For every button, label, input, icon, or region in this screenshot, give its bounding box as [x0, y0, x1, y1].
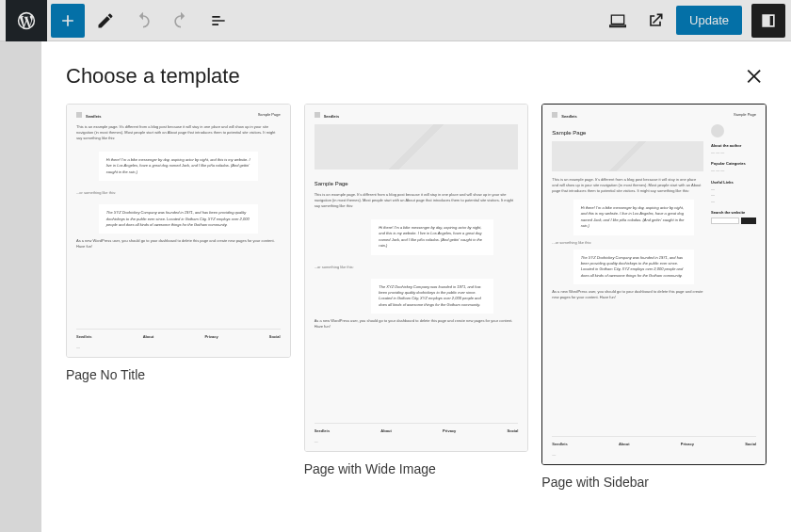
hero-image-placeholder	[552, 141, 703, 171]
template-option-page-wide-image[interactable]: Seedlets Sample Page This is an example …	[304, 104, 529, 476]
template-label: Page with Wide Image	[304, 461, 529, 476]
template-label: Page with Sidebar	[541, 475, 767, 490]
modal-title: Choose a template	[66, 64, 240, 89]
template-thumbnail: SeedletsSample Page Sample Page This is …	[541, 104, 767, 465]
template-option-page-sidebar[interactable]: SeedletsSample Page Sample Page This is …	[541, 104, 767, 490]
template-thumbnail: SeedletsSample Page This is an example p…	[66, 104, 291, 358]
hero-image-placeholder	[315, 124, 519, 169]
close-button[interactable]	[744, 65, 767, 88]
template-thumbnail: Seedlets Sample Page This is an example …	[304, 104, 529, 452]
template-list: SeedletsSample Page This is an example p…	[41, 104, 791, 508]
template-option-page-no-title[interactable]: SeedletsSample Page This is an example p…	[66, 104, 291, 382]
template-chooser-modal: Choose a template SeedletsSample Page Th…	[41, 41, 791, 532]
template-label: Page No Title	[66, 367, 291, 382]
